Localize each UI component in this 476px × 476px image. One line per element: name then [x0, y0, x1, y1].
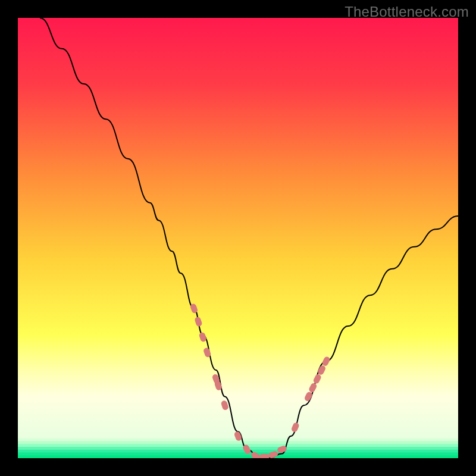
bottleneck-chart — [18, 18, 458, 458]
chart-frame — [18, 18, 458, 458]
watermark-text: TheBottleneck.com — [345, 4, 469, 20]
svg-rect-5 — [18, 452, 458, 455]
svg-rect-2 — [18, 444, 458, 447]
svg-rect-4 — [18, 450, 458, 453]
svg-rect-1 — [18, 441, 458, 444]
green-bands — [18, 439, 458, 458]
svg-rect-6 — [18, 455, 458, 458]
svg-rect-3 — [18, 447, 458, 450]
highlight-marker — [259, 454, 269, 458]
